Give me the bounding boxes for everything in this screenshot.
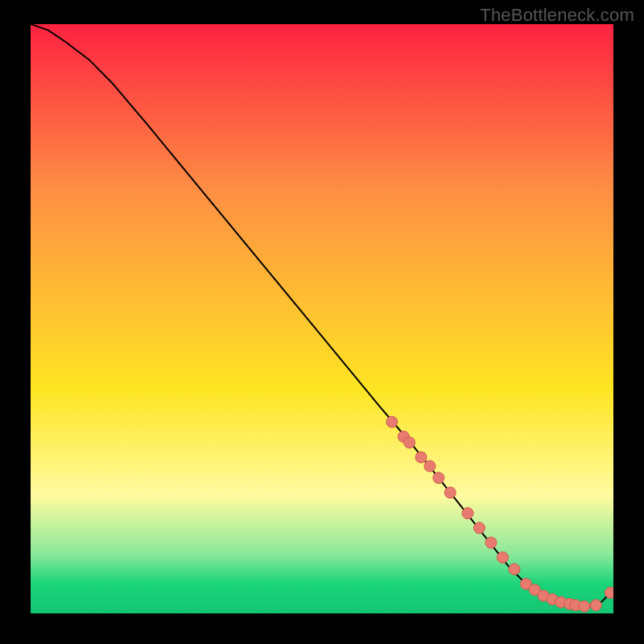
data-marker bbox=[386, 416, 398, 427]
data-marker bbox=[590, 600, 601, 611]
data-marker bbox=[444, 487, 456, 498]
data-marker bbox=[497, 551, 508, 563]
data-marker bbox=[579, 601, 590, 612]
data-marker bbox=[485, 537, 497, 548]
gradient-background bbox=[31, 24, 613, 613]
data-marker bbox=[404, 437, 415, 448]
plot-svg bbox=[31, 24, 613, 613]
chart-stage: TheBottleneck.com bbox=[0, 0, 644, 644]
plot-area bbox=[31, 24, 613, 613]
data-marker bbox=[424, 460, 436, 472]
data-marker bbox=[415, 452, 427, 463]
data-marker bbox=[462, 508, 473, 519]
data-marker bbox=[605, 587, 613, 598]
data-marker bbox=[433, 473, 444, 484]
data-marker bbox=[473, 522, 485, 534]
watermark-text: TheBottleneck.com bbox=[480, 5, 634, 26]
data-marker bbox=[509, 564, 520, 575]
